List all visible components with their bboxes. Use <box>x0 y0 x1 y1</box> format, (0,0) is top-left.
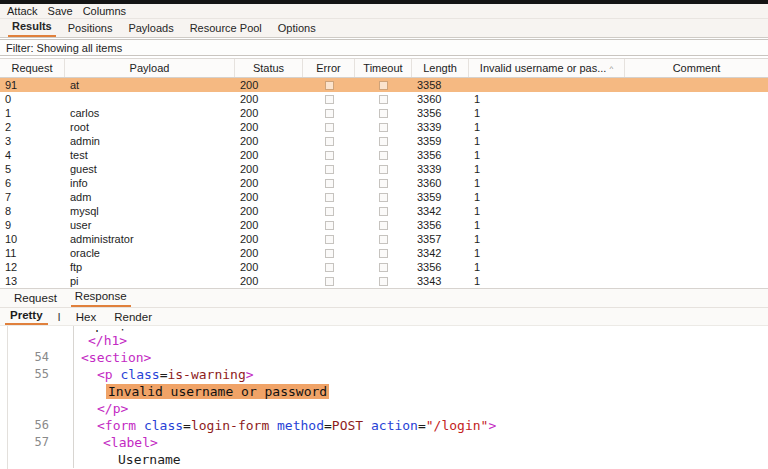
cell-timeout <box>355 123 412 132</box>
burp-intruder-attack-window: Attack Save Columns Results Positions Pa… <box>0 0 768 469</box>
cell-error <box>303 263 355 272</box>
timeout-checkbox <box>379 109 388 118</box>
subtab-raw[interactable]: I <box>56 310 63 325</box>
cell-request: 3 <box>0 134 65 148</box>
table-row[interactable]: 6 info 200 3360 1 <box>0 176 768 190</box>
cell-request: 2 <box>0 120 65 134</box>
cell-error <box>303 193 355 202</box>
table-row[interactable]: 2 root 200 3339 1 <box>0 120 768 134</box>
cell-invalid: 1 <box>469 260 625 274</box>
table-row[interactable]: 10 administrator 200 3357 1 <box>0 232 768 246</box>
code-line: 55 <p class=is-warning> <box>8 366 768 383</box>
tab-resource-pool[interactable]: Resource Pool <box>186 20 266 37</box>
col-header-status[interactable]: Status <box>235 59 303 77</box>
cell-timeout <box>355 95 412 104</box>
tab-payloads[interactable]: Payloads <box>124 20 177 37</box>
cell-payload: ftp <box>65 260 235 274</box>
col-header-invalid-username[interactable]: Invalid username or pas... ^ <box>469 59 625 77</box>
subtab-hex[interactable]: Hex <box>71 310 101 325</box>
cell-request: 1 <box>0 106 65 120</box>
menu-item-save[interactable]: Save <box>48 5 73 17</box>
col-header-comment[interactable]: Comment <box>625 59 768 77</box>
error-checkbox <box>325 81 334 90</box>
cell-length: 3343 <box>412 274 469 288</box>
table-row[interactable]: 9 user 200 3356 1 <box>0 218 768 232</box>
line-number <box>8 332 74 349</box>
cell-error <box>303 95 355 104</box>
response-pretty-view[interactable]: Login </h1> 54 <section> 55 <p class=is-… <box>0 326 768 469</box>
cell-timeout <box>355 277 412 286</box>
highlighted-match-text: Invalid username or password <box>106 384 329 399</box>
col-header-request[interactable]: Request <box>0 59 65 77</box>
code-line-highlighted: Invalid username or password <box>8 383 768 400</box>
cell-error <box>303 235 355 244</box>
cell-timeout <box>355 221 412 230</box>
filter-label: Filter: Showing all items <box>6 42 122 54</box>
cell-error <box>303 137 355 146</box>
filter-bar[interactable]: Filter: Showing all items <box>0 39 768 56</box>
col-header-length[interactable]: Length <box>412 59 469 77</box>
table-row[interactable]: 4 test 200 3356 1 <box>0 148 768 162</box>
timeout-checkbox <box>379 179 388 188</box>
cell-timeout <box>355 207 412 216</box>
cell-invalid: 1 <box>469 204 625 218</box>
cell-request: 91 <box>0 78 65 92</box>
subtab-pretty[interactable]: Pretty <box>5 308 48 325</box>
cell-invalid: 1 <box>469 106 625 120</box>
code-line: </h1> <box>8 332 768 349</box>
error-checkbox <box>325 277 334 286</box>
cell-invalid: 1 <box>469 134 625 148</box>
line-number <box>8 383 74 400</box>
cell-payload: guest <box>65 162 235 176</box>
col-header-error[interactable]: Error <box>303 59 355 77</box>
code-line: 57 <label> <box>8 434 768 451</box>
col-header-timeout[interactable]: Timeout <box>355 59 412 77</box>
table-row[interactable]: 91 at 200 3358 <box>0 78 768 92</box>
tab-results[interactable]: Results <box>8 18 56 37</box>
timeout-checkbox <box>379 193 388 202</box>
cell-payload: mysql <box>65 204 235 218</box>
cell-invalid: 1 <box>469 274 625 288</box>
timeout-checkbox <box>379 221 388 230</box>
cell-status: 200 <box>235 274 303 288</box>
table-row[interactable]: 13 pi 200 3343 1 <box>0 274 768 288</box>
table-row[interactable]: 8 mysql 200 3342 1 <box>0 204 768 218</box>
menu-item-attack[interactable]: Attack <box>7 5 38 17</box>
cell-invalid: 1 <box>469 232 625 246</box>
cell-timeout <box>355 235 412 244</box>
cell-payload: info <box>65 176 235 190</box>
table-row[interactable]: 0 200 3360 1 <box>0 92 768 106</box>
error-checkbox <box>325 235 334 244</box>
table-row[interactable]: 1 carlos 200 3356 1 <box>0 106 768 120</box>
cell-request: 9 <box>0 218 65 232</box>
timeout-checkbox <box>379 165 388 174</box>
cell-payload: oracle <box>65 246 235 260</box>
timeout-checkbox <box>379 81 388 90</box>
table-row[interactable]: 11 oracle 200 3342 1 <box>0 246 768 260</box>
line-number: 57 <box>8 434 74 451</box>
cell-status: 200 <box>235 148 303 162</box>
table-row[interactable]: 3 admin 200 3359 1 <box>0 134 768 148</box>
error-checkbox <box>325 263 334 272</box>
tab-options[interactable]: Options <box>274 20 320 37</box>
error-checkbox <box>325 137 334 146</box>
table-row[interactable]: 7 adm 200 3359 1 <box>0 190 768 204</box>
error-checkbox <box>325 193 334 202</box>
col-header-payload[interactable]: Payload <box>65 59 235 77</box>
cell-payload: root <box>65 120 235 134</box>
cell-status: 200 <box>235 106 303 120</box>
tab-request[interactable]: Request <box>10 291 61 307</box>
table-row[interactable]: 12 ftp 200 3356 1 <box>0 260 768 274</box>
error-checkbox <box>325 165 334 174</box>
table-row[interactable]: 5 guest 200 3339 1 <box>0 162 768 176</box>
response-view-subtabs: Pretty I Hex Render <box>0 308 768 326</box>
cell-request: 8 <box>0 204 65 218</box>
subtab-render[interactable]: Render <box>109 310 157 325</box>
timeout-checkbox <box>379 249 388 258</box>
line-number <box>8 451 74 468</box>
menu-item-columns[interactable]: Columns <box>83 5 126 17</box>
cell-timeout <box>355 151 412 160</box>
cell-request: 11 <box>0 246 65 260</box>
tab-positions[interactable]: Positions <box>64 20 117 37</box>
tab-response[interactable]: Response <box>71 289 131 307</box>
